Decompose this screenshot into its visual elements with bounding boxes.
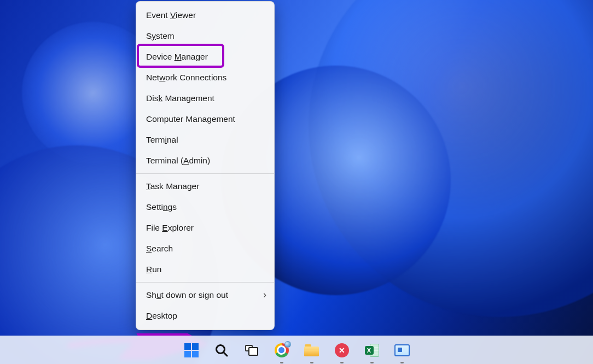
winx-menu-item[interactable]: Shut down or sign out bbox=[136, 285, 274, 306]
taskview-icon bbox=[245, 345, 258, 356]
folder-icon bbox=[304, 344, 319, 356]
winx-menu-item[interactable]: Computer Management bbox=[136, 109, 274, 130]
running-indicator bbox=[370, 362, 374, 363]
menu-accelerator: R bbox=[146, 265, 152, 274]
excel-app[interactable]: X bbox=[364, 343, 380, 358]
red-app-icon: ✕ bbox=[335, 343, 349, 357]
menu-accelerator: M bbox=[175, 52, 182, 61]
running-indicator bbox=[340, 362, 344, 363]
profile-badge bbox=[284, 341, 291, 348]
menu-accelerator: T bbox=[146, 181, 150, 191]
start-button[interactable] bbox=[184, 343, 199, 358]
wallpaper-swirl bbox=[309, 0, 593, 317]
menu-separator bbox=[136, 282, 274, 283]
file-explorer-app[interactable] bbox=[304, 343, 319, 358]
menu-accelerator: u bbox=[156, 290, 161, 300]
winx-menu-item[interactable]: Settings bbox=[136, 197, 274, 218]
menu-accelerator: k bbox=[158, 93, 162, 103]
winx-menu-item[interactable]: Network Connections bbox=[136, 67, 274, 88]
menu-separator bbox=[136, 173, 274, 174]
chrome-icon bbox=[275, 343, 289, 357]
winx-menu-item[interactable]: Task Manager bbox=[136, 176, 274, 197]
start-icon bbox=[184, 343, 199, 357]
winx-menu-item[interactable]: System bbox=[136, 26, 274, 46]
winx-menu-item[interactable]: Disk Management bbox=[136, 88, 274, 109]
running-indicator bbox=[400, 362, 404, 363]
winx-menu-item[interactable]: Terminal (Admin) bbox=[136, 150, 274, 171]
menu-accelerator: n bbox=[163, 202, 168, 212]
running-indicator bbox=[310, 362, 313, 363]
menu-accelerator: A bbox=[183, 156, 189, 165]
winx-menu-item[interactable]: Device Manager bbox=[136, 46, 274, 67]
snip-app[interactable]: ✕ bbox=[334, 343, 350, 358]
excel-icon: X bbox=[365, 344, 379, 357]
menu-accelerator: V bbox=[170, 10, 176, 20]
menu-accelerator: D bbox=[146, 311, 152, 320]
menu-accelerator: S bbox=[146, 244, 152, 253]
menu-accelerator: E bbox=[162, 223, 167, 232]
run-icon bbox=[394, 344, 410, 356]
menu-accelerator: y bbox=[152, 31, 156, 40]
chrome-app[interactable] bbox=[274, 343, 289, 358]
winx-menu-item[interactable]: Run bbox=[136, 259, 274, 280]
taskbar: ✕X bbox=[0, 336, 593, 364]
task-view-button[interactable] bbox=[244, 343, 259, 358]
winx-menu-item[interactable]: Event Viewer bbox=[136, 5, 274, 26]
svg-line-1 bbox=[224, 353, 227, 356]
running-indicator bbox=[280, 362, 283, 363]
desktop: Event ViewerSystemDevice ManagerNetwork … bbox=[0, 0, 593, 364]
winx-menu-item[interactable]: Desktop bbox=[136, 306, 274, 326]
menu-accelerator: w bbox=[159, 73, 165, 82]
winx-menu-item[interactable]: File Explorer bbox=[136, 218, 274, 238]
search-button[interactable] bbox=[214, 343, 229, 358]
winx-menu-item[interactable]: Search bbox=[136, 238, 274, 259]
search-icon bbox=[214, 343, 229, 357]
menu-accelerator: g bbox=[207, 114, 212, 124]
winx-menu-item[interactable]: Terminal bbox=[136, 130, 274, 150]
winx-menu[interactable]: Event ViewerSystemDevice ManagerNetwork … bbox=[136, 1, 275, 330]
run-app[interactable] bbox=[394, 343, 410, 358]
